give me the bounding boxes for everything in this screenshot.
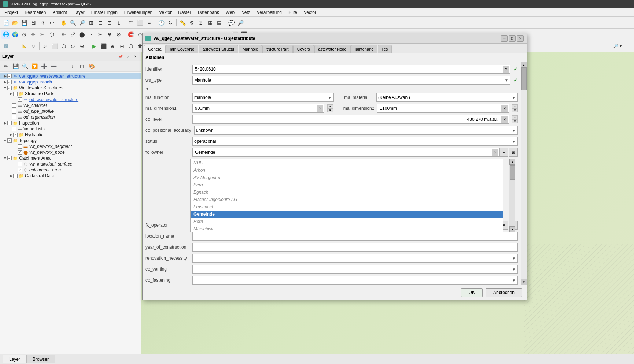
layer-panel-close-btn[interactable]: ✕ — [132, 53, 139, 60]
section-toggle-manhole[interactable]: ▼ — [145, 87, 518, 91]
menu-erweiterungen[interactable]: Erweiterungen — [121, 9, 155, 16]
layer-item-structure-parts[interactable]: ▶ 📁 Structure Parts — [0, 91, 141, 97]
layer-item-hydraulic[interactable]: ▶ 📁 Hydraulic — [0, 132, 141, 138]
menu-ansicht[interactable]: Ansicht — [49, 9, 70, 16]
menu-verarbeitung[interactable]: Verarbeitung — [254, 9, 285, 16]
dropdown-item-horn[interactable]: Horn — [191, 218, 503, 225]
menu-projekt[interactable]: Projekt — [1, 9, 21, 16]
ok-button[interactable]: OK — [461, 288, 483, 297]
input-location[interactable] — [192, 232, 518, 241]
tab-covers[interactable]: Covers — [293, 45, 314, 53]
layer-edit-btn[interactable]: ✏ — [1, 62, 10, 71]
tab-wastewater-node[interactable]: astewater Node — [314, 45, 351, 53]
bottom-tab-layer[interactable]: Layer — [3, 355, 26, 363]
draw-btn3[interactable]: ⬡ — [59, 42, 68, 51]
save-btn[interactable]: 💾 — [20, 18, 29, 27]
dropdown-item-null[interactable]: NULL — [191, 159, 503, 167]
draw-btn5[interactable]: ⊕ — [78, 42, 86, 51]
dropdown-item-frasnacht[interactable]: Frasnacht — [191, 203, 503, 211]
dropdown-item-fischer[interactable]: Fischer Ingenieure AG — [191, 196, 503, 203]
layer-item-catchment[interactable]: ▼ 📁 Catchment Area — [0, 155, 141, 161]
clear-identifier-btn[interactable]: ✕ — [503, 66, 509, 73]
menu-datenbank[interactable]: Datenbank — [195, 9, 222, 16]
snapping-btn[interactable]: 🧲 — [126, 30, 135, 39]
scrollbar-thumb-main[interactable] — [521, 68, 527, 90]
tab-wastewater-structu[interactable]: astewater Structu — [199, 45, 238, 53]
dropdown-item-gemeinde[interactable]: Gemeinde — [191, 211, 503, 218]
menu-vector[interactable]: Vector — [301, 9, 319, 16]
input-dim2[interactable] — [377, 104, 501, 112]
layer-item-vw-wastewater[interactable]: ▶ ✏ vw_qgep_wastewater_structure — [0, 73, 141, 79]
clear-dim1-btn[interactable]: ✕ — [317, 105, 323, 112]
layer-item-catchment-area[interactable]: ⬡ catchment_area — [0, 167, 141, 173]
zoom-display[interactable]: 🔎 ▼ — [603, 42, 633, 51]
layer-item-vw-reach[interactable]: ▶ ✏ vw_qgep_reach — [0, 79, 141, 85]
open-btn[interactable]: 📂 — [11, 18, 19, 27]
coord-btn2[interactable]: ± — [11, 42, 19, 51]
layer-dup-btn[interactable]: ⊡ — [78, 62, 86, 71]
layer-panel-float-btn[interactable]: ↗ — [125, 53, 131, 60]
digitize-btn2[interactable]: 🌍 — [11, 30, 19, 39]
spin-up-dim1[interactable]: ▲ — [327, 104, 333, 108]
layer-item-od-org[interactable]: ▬ od_organisation — [0, 114, 141, 120]
dialog-minimize-btn[interactable]: ─ — [501, 35, 508, 42]
attribute-btn[interactable]: ≡ — [145, 18, 154, 27]
digitize-btn4[interactable]: ✏ — [29, 30, 38, 39]
menu-web[interactable]: Web — [223, 9, 237, 16]
dialog-maximize-btn[interactable]: □ — [509, 35, 516, 42]
save-as-btn[interactable]: 🖫 — [29, 18, 38, 27]
layer-up-btn[interactable]: ↑ — [59, 62, 67, 71]
select-positional[interactable]: unknown — [194, 126, 518, 135]
tooltip-btn[interactable]: 💬 — [227, 18, 236, 27]
style-btn4[interactable]: ⊟ — [117, 42, 126, 51]
edit-btn2[interactable]: 🖊 — [69, 30, 77, 39]
clear-dim2-btn[interactable]: ✕ — [501, 105, 508, 112]
tab-genera[interactable]: Genera — [144, 45, 166, 53]
dropdown-item-egnach[interactable]: Egnach — [191, 189, 503, 196]
coord-btn1[interactable]: 🔢 — [1, 42, 10, 51]
deselect-btn[interactable]: ⬜ — [136, 18, 144, 27]
layer-item-network-node[interactable]: ⬤ vw_network_node — [0, 149, 141, 155]
tab-manhole[interactable]: Manhole — [239, 45, 262, 53]
search-btn[interactable]: 🔎 — [236, 18, 245, 27]
input-fk-owner[interactable] — [193, 148, 491, 156]
select-status[interactable]: operational — [192, 137, 518, 146]
menu-einstellungen[interactable]: Einstellungen — [88, 9, 121, 16]
layer-zoom-btn[interactable]: 🔍 — [21, 62, 29, 71]
select-venting[interactable] — [192, 265, 518, 274]
draw-btn4[interactable]: ⊙ — [69, 42, 77, 51]
print-btn[interactable]: 🖨 — [38, 18, 47, 27]
stats-btn[interactable]: Σ — [196, 18, 205, 27]
layer-remove-btn[interactable]: ➖ — [49, 62, 58, 71]
layer-item-inspection[interactable]: ▶ 📁 Inspection — [0, 120, 141, 126]
zoom-layer-btn[interactable]: ⊡ — [105, 18, 114, 27]
clear-fk-owner-btn[interactable]: ✕ — [492, 149, 498, 156]
layer-item-od-wastewater[interactable]: ✏ od_wastewater_structure — [0, 97, 141, 103]
edit-btn5[interactable]: ✂ — [96, 30, 105, 39]
menu-netz[interactable]: Netz — [238, 9, 253, 16]
layer-down-btn[interactable]: ↓ — [68, 62, 77, 71]
dropdown-item-berg[interactable]: Berg — [191, 181, 503, 189]
settings-btn[interactable]: ⚙ — [187, 18, 196, 27]
layout-btn[interactable]: ▦ — [206, 18, 214, 27]
atlas-btn[interactable]: ▤ — [215, 18, 224, 27]
spin-down-dim2[interactable]: ▼ — [512, 108, 518, 112]
zoom-in-btn[interactable]: 🔍 — [69, 18, 77, 27]
input-dim1[interactable] — [193, 104, 316, 112]
undo-btn[interactable]: ↩ — [47, 18, 56, 27]
style-btn2[interactable]: ⬛ — [99, 42, 108, 51]
layer-item-topology[interactable]: ▼ 📁 Topology — [0, 138, 141, 144]
edit-btn7[interactable]: ⊗ — [114, 30, 123, 39]
pan-btn[interactable]: ✋ — [59, 18, 68, 27]
spin-up-dim2[interactable]: ▲ — [512, 104, 518, 108]
select-ws-type[interactable]: Manhole — [192, 76, 510, 85]
menu-vektor[interactable]: Vektor — [156, 9, 174, 16]
tab-structure-part[interactable]: tructure Part — [262, 45, 293, 53]
draw-btn1[interactable]: 🖊 — [41, 42, 50, 51]
coord-btn3[interactable]: 📐 — [20, 42, 29, 51]
scrollbar-down-btn[interactable]: ▼ — [509, 226, 515, 232]
edit-btn6[interactable]: ⊕ — [105, 30, 114, 39]
spin-down-co-level[interactable]: ▼ — [512, 119, 518, 123]
select-ma-material[interactable]: (Keine Auswahl) — [376, 93, 518, 102]
menu-hilfe[interactable]: Hilfe — [285, 9, 300, 16]
